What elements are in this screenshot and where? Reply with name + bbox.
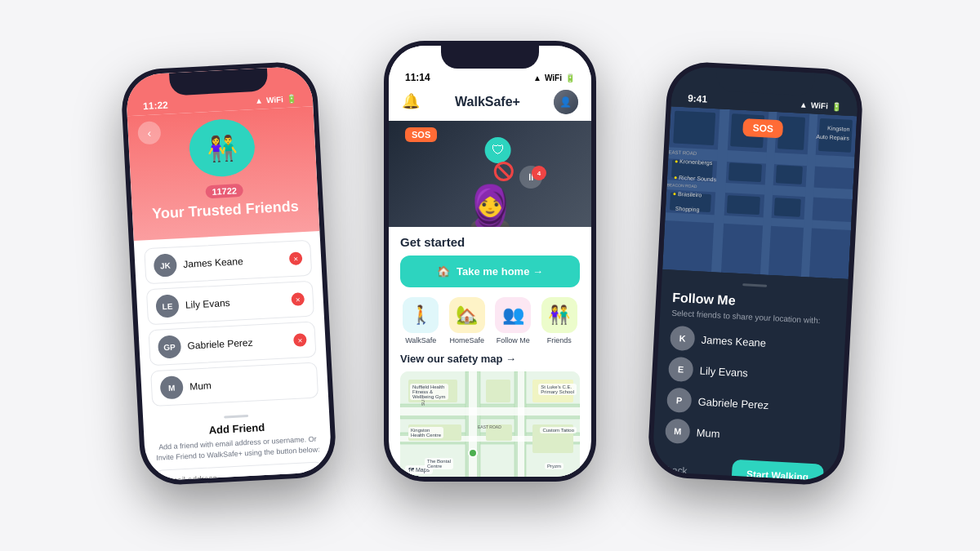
safety-map-link[interactable]: View our safety map → xyxy=(400,353,580,365)
phone-right: 9:41 ▲ WiFi 🔋 xyxy=(647,60,864,487)
wifi-icon-right: WiFi xyxy=(811,100,829,110)
map-label-stlukes: St Luke's C.E.Primary School xyxy=(538,384,577,395)
feature-icons: 🚶 WalkSafe 🏡 HomeSafe 👥 Follow Me 👫 Frie… xyxy=(400,297,580,344)
battery-icon-left: 🔋 xyxy=(287,94,297,104)
right-friend-name-mum: Mum xyxy=(696,426,720,439)
map-label-bontal: The BontalCentre xyxy=(425,458,453,469)
divider xyxy=(224,415,248,419)
center-header: 🔔 WalkSafe+ 👤 xyxy=(389,87,591,121)
page-title-left: Your Trusted Friends xyxy=(145,197,305,224)
status-icons-left: ▲ WiFi 🔋 xyxy=(255,94,296,105)
svg-text:EAST ROAD: EAST ROAD xyxy=(478,424,501,429)
poi-dot2: ● Richer Sounds xyxy=(674,168,717,185)
shield-overlay: 🛡 xyxy=(485,137,511,163)
svg-rect-33 xyxy=(727,195,760,215)
remove-jk[interactable]: × xyxy=(289,252,303,266)
notch-center xyxy=(441,46,539,69)
feature-walksafe[interactable]: 🚶 WalkSafe xyxy=(400,297,442,344)
svg-point-15 xyxy=(469,449,477,457)
sos-badge-center[interactable]: SOS xyxy=(405,127,437,142)
left-header: ‹ 👫 11722 Your Trusted Friends xyxy=(127,106,320,241)
feature-friends[interactable]: 👫 Friends xyxy=(539,297,581,344)
followme-icon-box: 👥 xyxy=(495,297,531,333)
right-friend-row: M Mum xyxy=(665,419,829,451)
right-friend-row: K James Keane xyxy=(670,326,834,358)
right-friends-list: K James Keane E Lily Evans P Gabriele Pe… xyxy=(665,326,834,451)
friend-row: GP Gabriele Perez × xyxy=(149,322,317,367)
get-started-label: Get started xyxy=(400,235,580,249)
svg-rect-30 xyxy=(728,162,762,182)
user-avatar[interactable]: 👤 xyxy=(554,90,578,114)
svg-rect-5 xyxy=(400,407,580,415)
right-avatar-k: K xyxy=(670,326,696,352)
svg-rect-8 xyxy=(518,371,524,477)
right-avatar-m2: M xyxy=(665,419,691,445)
svg-rect-11 xyxy=(486,380,510,402)
svg-rect-25 xyxy=(673,111,715,146)
right-friend-name-gp: Gabriele Perez xyxy=(697,395,768,411)
friend-name-m: Mum xyxy=(189,375,310,393)
time-right: 9:41 xyxy=(688,92,708,104)
friends-label: Friends xyxy=(547,336,572,344)
poi-dot3: ● Brasileiro Shopping xyxy=(672,184,702,216)
avatar-m: M xyxy=(160,376,184,400)
friends-icon-box: 👫 xyxy=(541,297,577,333)
homesafe-label: HomeSafe xyxy=(449,336,484,344)
friend-row: M Mum xyxy=(150,362,318,407)
status-icons-right: ▲ WiFi 🔋 xyxy=(800,100,841,111)
right-friend-row: E Lily Evans xyxy=(668,357,832,389)
avatar-gp: GP xyxy=(158,335,181,359)
drag-handle xyxy=(742,283,767,287)
battery-icon-center: 🔋 xyxy=(565,73,575,82)
wifi-icon-center: WiFi xyxy=(545,73,562,82)
followme-label: Follow Me xyxy=(497,336,530,344)
center-content: Get started 🏠 Take me home → 🚶 WalkSafe … xyxy=(389,227,591,477)
svg-rect-34 xyxy=(774,198,801,217)
no-icon-overlay xyxy=(494,162,514,181)
sos-badge-right[interactable]: SOS xyxy=(742,118,783,139)
friend-name-jk: James Keane xyxy=(183,254,283,270)
hero-image: 🧕 🛡 ⏸ 4 SOS xyxy=(389,121,591,227)
svg-rect-7 xyxy=(469,371,477,477)
map-label-nuffield: Nuffield HealthFitness &Wellbeing Gym xyxy=(410,384,448,400)
right-friend-row: P Gabriele Perez xyxy=(666,388,831,420)
feature-followme[interactable]: 👥 Follow Me xyxy=(492,297,534,344)
take-home-button[interactable]: 🏠 Take me home → xyxy=(400,256,580,287)
map-label-pryzm: Pryzm xyxy=(545,463,564,469)
friend-name-gp: Gabriele Perez xyxy=(187,335,287,352)
remove-le[interactable]: × xyxy=(291,293,305,307)
friend-name-le: Lily Evans xyxy=(185,295,286,311)
app-title: WalkSafe+ xyxy=(455,95,520,109)
avatar-le: LE xyxy=(155,295,179,318)
add-friend-desc: Add a friend with email address or usern… xyxy=(154,434,322,464)
walksafe-label: WalkSafe xyxy=(405,336,436,344)
homesafe-icon-box: 🏡 xyxy=(449,297,485,333)
map-preview: SURBY RD EAST ROAD 🗺 Maps Nuffield Healt… xyxy=(400,371,580,477)
friend-row: LE Lily Evans × xyxy=(146,281,314,326)
friends-illustration: 👫 xyxy=(188,118,256,178)
safety-map-label: View our safety map → xyxy=(400,353,516,365)
map-label-kingston: KingstonHealth Centre xyxy=(408,427,443,438)
time-left: 11:22 xyxy=(143,100,168,113)
friend-count: 11722 xyxy=(205,184,243,198)
poi-dot1: ● Kronenbergs xyxy=(675,152,713,168)
take-home-label: Take me home → xyxy=(457,265,543,278)
scene: 11:22 ▲ WiFi 🔋 ‹ 👫 11722 Your Trusted Fr… xyxy=(0,0,980,551)
map-label-custom-tattoo: Custom Tattoo xyxy=(540,427,577,433)
email-input[interactable] xyxy=(155,461,323,482)
remove-gp[interactable]: × xyxy=(293,334,307,348)
battery-icon-right: 🔋 xyxy=(831,101,842,111)
signal-icon-right: ▲ xyxy=(800,100,808,109)
friends-list: JK James Keane × LE Lily Evans × GP Gabr… xyxy=(134,231,329,415)
avatar-jk: JK xyxy=(154,254,177,278)
start-walking-button[interactable]: Start Walking xyxy=(731,460,824,482)
signal-icon-center: ▲ xyxy=(533,73,541,82)
back-button[interactable]: ‹ xyxy=(137,121,161,144)
signal-icon-left: ▲ xyxy=(255,96,263,105)
right-avatar-p: P xyxy=(666,388,693,414)
feature-homesafe[interactable]: 🏡 HomeSafe xyxy=(447,297,488,344)
bell-icon[interactable]: 🔔 xyxy=(402,92,421,112)
back-link[interactable]: back xyxy=(666,464,688,477)
phone-center: 11:14 ▲ WiFi 🔋 🔔 WalkSafe+ 👤 🧕 xyxy=(384,41,596,482)
time-center: 11:14 xyxy=(405,72,430,83)
